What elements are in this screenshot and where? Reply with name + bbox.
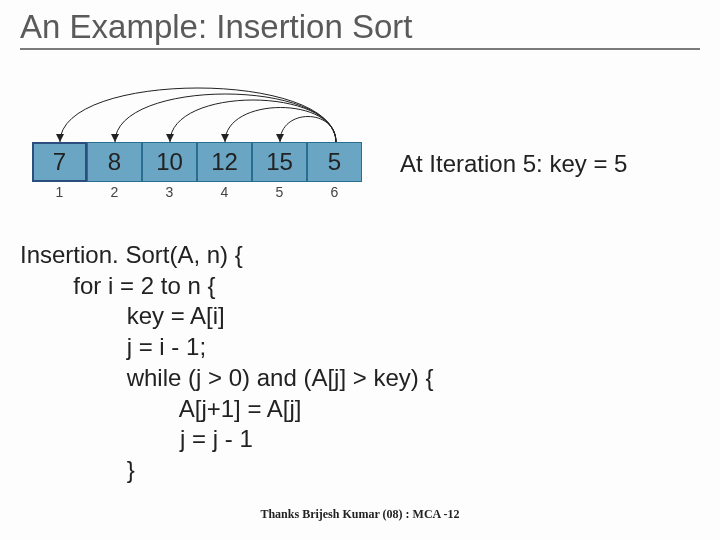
svg-marker-4: [276, 134, 284, 142]
code-line: while (j > 0) and (A[j] > key) {: [20, 364, 433, 391]
code-line: }: [20, 456, 135, 483]
array-visualization: 7 8 10 12 15 5 1 2 3 4 5 6 At Iteration …: [20, 80, 700, 190]
svg-marker-0: [56, 134, 64, 142]
array-index: 3: [142, 184, 197, 200]
array-index: 6: [307, 184, 362, 200]
array-row: 7 8 10 12 15 5: [32, 142, 362, 182]
comparison-arcs: [20, 76, 380, 146]
pseudocode: Insertion. Sort(A, n) { for i = 2 to n {…: [20, 240, 700, 486]
svg-marker-1: [111, 134, 119, 142]
index-row: 1 2 3 4 5 6: [32, 184, 362, 200]
iteration-label: At Iteration 5: key = 5: [400, 150, 627, 178]
svg-marker-2: [166, 134, 174, 142]
code-line: j = j - 1: [20, 425, 253, 452]
array-index: 5: [252, 184, 307, 200]
array-index: 1: [32, 184, 87, 200]
array-cell: 7: [32, 142, 87, 182]
slide-title: An Example: Insertion Sort: [20, 8, 700, 50]
code-line: j = i - 1;: [20, 333, 206, 360]
code-line: A[j+1] = A[j]: [20, 395, 301, 422]
code-line: for i = 2 to n {: [20, 272, 215, 299]
array-cell: 12: [197, 142, 252, 182]
array-index: 4: [197, 184, 252, 200]
array-cell: 8: [87, 142, 142, 182]
credit-line: Thanks Brijesh Kumar (08) : MCA -12: [0, 507, 720, 522]
array-cell: 10: [142, 142, 197, 182]
svg-marker-3: [221, 134, 229, 142]
code-line: key = A[i]: [20, 302, 225, 329]
array-cell-key: 5: [307, 142, 362, 182]
array-cell: 15: [252, 142, 307, 182]
code-line: Insertion. Sort(A, n) {: [20, 241, 243, 268]
array-index: 2: [87, 184, 142, 200]
slide: An Example: Insertion Sort 7 8 10 12: [0, 0, 720, 540]
